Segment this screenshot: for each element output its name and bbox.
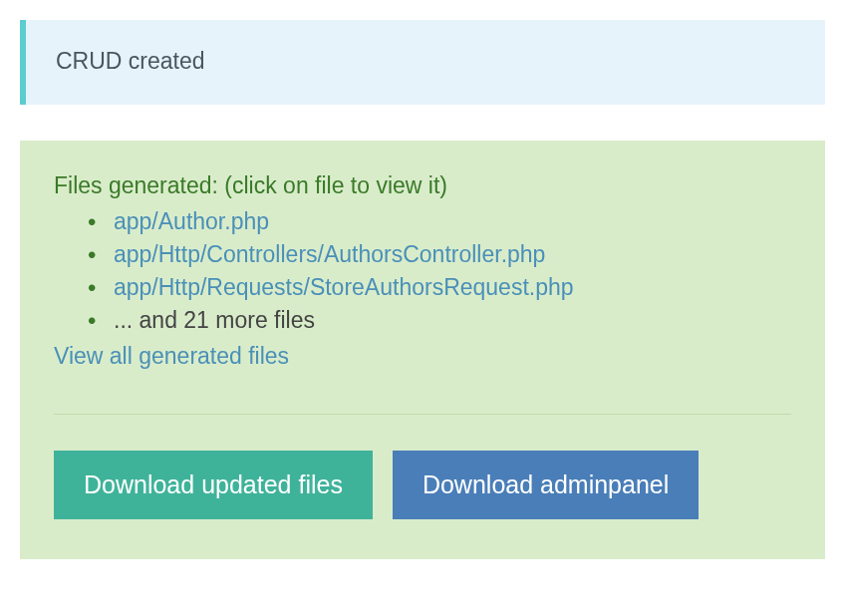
button-row: Download updated files Download adminpan…	[54, 451, 791, 519]
info-banner-text: CRUD created	[56, 48, 205, 74]
download-updated-files-button[interactable]: Download updated files	[54, 451, 373, 519]
list-item: ... and 21 more files	[114, 304, 791, 337]
list-item: app/Http/Requests/StoreAuthorsRequest.ph…	[114, 271, 791, 304]
file-link[interactable]: app/Http/Requests/StoreAuthorsRequest.ph…	[114, 274, 574, 300]
divider	[54, 414, 791, 415]
view-all-files-link[interactable]: View all generated files	[54, 343, 289, 370]
generated-files-list: app/Author.php app/Http/Controllers/Auth…	[54, 205, 791, 337]
success-panel: Files generated: (click on file to view …	[20, 141, 825, 559]
files-generated-heading: Files generated: (click on file to view …	[54, 172, 791, 199]
download-adminpanel-button[interactable]: Download adminpanel	[393, 451, 699, 519]
info-banner: CRUD created	[20, 20, 825, 105]
file-link[interactable]: app/Http/Controllers/AuthorsController.p…	[114, 241, 545, 267]
file-link[interactable]: app/Author.php	[114, 208, 269, 234]
list-item: app/Http/Controllers/AuthorsController.p…	[114, 238, 791, 271]
list-item: app/Author.php	[114, 205, 791, 238]
more-files-text: ... and 21 more files	[114, 307, 315, 333]
